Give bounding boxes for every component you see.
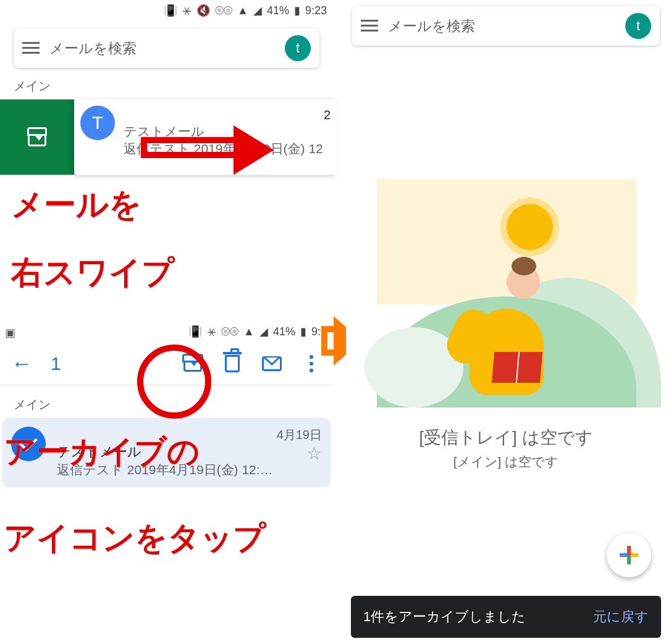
search-bar[interactable]: メールを検索 t <box>352 6 660 46</box>
archive-icon <box>28 128 46 146</box>
menu-icon[interactable] <box>22 42 40 54</box>
more-button[interactable] <box>301 353 322 374</box>
panel-empty-inbox: メールを検索 t [受信トレイ] は空です [メイン] は空です 1件をアーカイ… <box>346 0 666 644</box>
status-bar: 📳 ⚹ 🔇 ⦾⦾ ▲ ◢ 41% ▮ 9:23 <box>0 0 333 21</box>
trash-icon <box>225 355 240 372</box>
account-avatar[interactable]: t <box>285 35 311 61</box>
swipe-archive-background <box>0 99 74 175</box>
undo-button[interactable]: 元に戻す <box>593 608 649 626</box>
thread-count: 2 <box>324 106 331 169</box>
mute-icon: 🔇 <box>196 5 210 16</box>
mail-icon <box>262 356 282 371</box>
empty-title: [受信トレイ] は空です <box>346 426 666 450</box>
annotation-text-1a: メールを <box>11 186 141 224</box>
snackbar-message: 1件をアーカイブしました <box>363 608 526 626</box>
delete-button[interactable] <box>222 353 243 374</box>
empty-state-text: [受信トレイ] は空です [メイン] は空です <box>346 426 666 470</box>
search-placeholder[interactable]: メールを検索 <box>49 39 275 58</box>
vibrate-icon: 📳 <box>188 326 202 337</box>
sender-avatar[interactable]: T <box>80 106 115 140</box>
bluetooth-icon: ⚹ <box>207 326 216 337</box>
empty-state-illustration <box>377 179 636 408</box>
search-placeholder[interactable]: メールを検索 <box>388 17 615 36</box>
annotation-text-2b: アイコンをタップ <box>4 520 266 557</box>
plus-icon <box>620 546 638 564</box>
clock-text: 9:23 <box>305 4 327 17</box>
selection-count: 1 <box>51 353 61 374</box>
section-label-main: メイン <box>0 74 333 99</box>
mark-unread-button[interactable] <box>261 353 282 374</box>
voicemail-icon: ⦾⦾ <box>215 5 232 16</box>
snackbar: 1件をアーカイブしました 元に戻す <box>351 596 661 638</box>
battery-text: 41% <box>273 325 295 338</box>
wifi-icon: ▲ <box>237 5 248 16</box>
empty-subtitle: [メイン] は空です <box>346 453 666 470</box>
battery-icon: ▮ <box>294 5 300 16</box>
annotation-arrow-orange-shaft <box>321 326 335 356</box>
panel-swipe-demo: 📳 ⚹ 🔇 ⦾⦾ ▲ ◢ 41% ▮ 9:23 メールを検索 t メイン T テ… <box>0 0 333 321</box>
signal-icon: ◢ <box>253 5 262 16</box>
voicemail-icon: ⦾⦾ <box>221 326 238 337</box>
star-button[interactable]: ☆ <box>277 443 322 464</box>
annotation-text-2a: アーカイブの <box>4 433 200 470</box>
annotation-arrow-head <box>234 125 274 175</box>
menu-icon[interactable] <box>361 20 378 32</box>
battery-icon: ▮ <box>300 326 306 337</box>
battery-text: 41% <box>267 4 289 17</box>
annotation-arrow-shaft <box>141 137 234 158</box>
panel-selection-mode: ▣ 📳 ⚹ ⦾⦾ ▲ ◢ 41% ▮ 9:2 ← 1 メイン テストメール 返信… <box>0 321 333 644</box>
more-icon <box>310 355 313 372</box>
annotation-text-1b: 右スワイプ <box>11 254 174 291</box>
bluetooth-icon: ⚹ <box>182 5 192 16</box>
compose-button[interactable] <box>607 533 651 577</box>
sender-name <box>124 106 324 123</box>
annotation-circle <box>137 345 211 419</box>
signal-icon: ◢ <box>259 326 268 337</box>
search-bar[interactable]: メールを検索 t <box>14 28 319 68</box>
mail-date: 4月19日 <box>277 427 322 443</box>
status-bar-2: 📳 ⚹ ⦾⦾ ▲ ◢ 41% ▮ 9:2 <box>0 321 333 342</box>
vibrate-icon: 📳 <box>164 5 177 16</box>
account-avatar[interactable]: t <box>625 13 651 39</box>
screenshot-icon: ▣ <box>5 326 15 340</box>
wifi-icon: ▲ <box>243 326 255 337</box>
back-button[interactable]: ← <box>11 351 32 375</box>
